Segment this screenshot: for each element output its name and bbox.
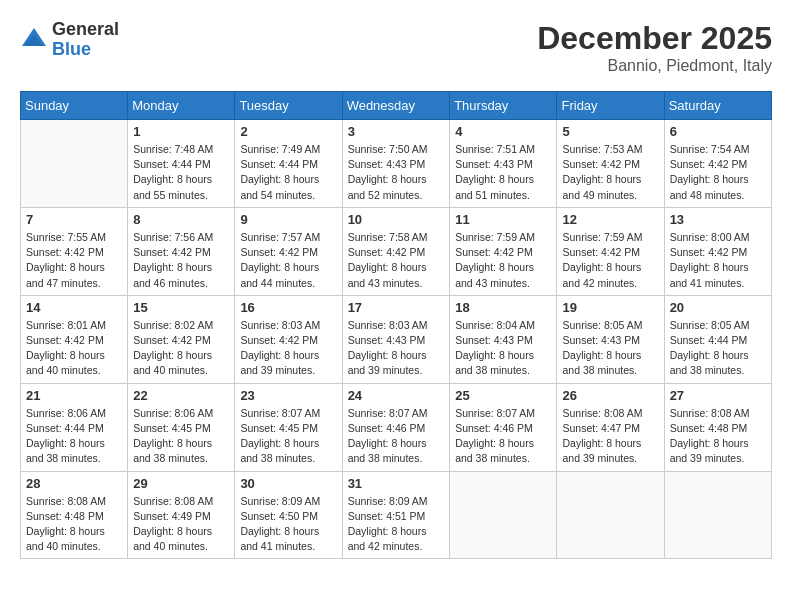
calendar-cell: 15Sunrise: 8:02 AM Sunset: 4:42 PM Dayli…: [128, 295, 235, 383]
day-info: Sunrise: 8:07 AM Sunset: 4:45 PM Dayligh…: [240, 406, 336, 467]
day-info: Sunrise: 8:06 AM Sunset: 4:45 PM Dayligh…: [133, 406, 229, 467]
day-number: 12: [562, 212, 658, 227]
day-info: Sunrise: 8:04 AM Sunset: 4:43 PM Dayligh…: [455, 318, 551, 379]
day-number: 16: [240, 300, 336, 315]
calendar-table: SundayMondayTuesdayWednesdayThursdayFrid…: [20, 91, 772, 559]
calendar-cell: [557, 471, 664, 559]
calendar-cell: 23Sunrise: 8:07 AM Sunset: 4:45 PM Dayli…: [235, 383, 342, 471]
day-info: Sunrise: 7:59 AM Sunset: 4:42 PM Dayligh…: [562, 230, 658, 291]
calendar-cell: 25Sunrise: 8:07 AM Sunset: 4:46 PM Dayli…: [450, 383, 557, 471]
day-number: 4: [455, 124, 551, 139]
day-number: 28: [26, 476, 122, 491]
day-info: Sunrise: 8:09 AM Sunset: 4:51 PM Dayligh…: [348, 494, 445, 555]
day-number: 6: [670, 124, 766, 139]
day-info: Sunrise: 8:03 AM Sunset: 4:42 PM Dayligh…: [240, 318, 336, 379]
calendar-cell: 12Sunrise: 7:59 AM Sunset: 4:42 PM Dayli…: [557, 207, 664, 295]
day-number: 19: [562, 300, 658, 315]
day-info: Sunrise: 8:08 AM Sunset: 4:48 PM Dayligh…: [670, 406, 766, 467]
page-header: General Blue December 2025 Bannio, Piedm…: [20, 20, 772, 75]
day-info: Sunrise: 7:55 AM Sunset: 4:42 PM Dayligh…: [26, 230, 122, 291]
day-number: 5: [562, 124, 658, 139]
calendar-cell: 13Sunrise: 8:00 AM Sunset: 4:42 PM Dayli…: [664, 207, 771, 295]
calendar-cell: 27Sunrise: 8:08 AM Sunset: 4:48 PM Dayli…: [664, 383, 771, 471]
calendar-header-row: SundayMondayTuesdayWednesdayThursdayFrid…: [21, 92, 772, 120]
day-info: Sunrise: 7:58 AM Sunset: 4:42 PM Dayligh…: [348, 230, 445, 291]
calendar-cell: 6Sunrise: 7:54 AM Sunset: 4:42 PM Daylig…: [664, 120, 771, 208]
calendar-cell: 16Sunrise: 8:03 AM Sunset: 4:42 PM Dayli…: [235, 295, 342, 383]
calendar-cell: 4Sunrise: 7:51 AM Sunset: 4:43 PM Daylig…: [450, 120, 557, 208]
calendar-cell: [664, 471, 771, 559]
calendar-cell: 10Sunrise: 7:58 AM Sunset: 4:42 PM Dayli…: [342, 207, 450, 295]
day-info: Sunrise: 8:05 AM Sunset: 4:43 PM Dayligh…: [562, 318, 658, 379]
calendar-cell: [21, 120, 128, 208]
col-header-sunday: Sunday: [21, 92, 128, 120]
col-header-wednesday: Wednesday: [342, 92, 450, 120]
calendar-cell: 14Sunrise: 8:01 AM Sunset: 4:42 PM Dayli…: [21, 295, 128, 383]
day-number: 25: [455, 388, 551, 403]
day-number: 17: [348, 300, 445, 315]
logo-text: General Blue: [52, 20, 119, 60]
day-number: 21: [26, 388, 122, 403]
week-row-3: 14Sunrise: 8:01 AM Sunset: 4:42 PM Dayli…: [21, 295, 772, 383]
calendar-cell: 20Sunrise: 8:05 AM Sunset: 4:44 PM Dayli…: [664, 295, 771, 383]
title-section: December 2025 Bannio, Piedmont, Italy: [537, 20, 772, 75]
calendar-cell: 18Sunrise: 8:04 AM Sunset: 4:43 PM Dayli…: [450, 295, 557, 383]
day-info: Sunrise: 8:06 AM Sunset: 4:44 PM Dayligh…: [26, 406, 122, 467]
calendar-cell: 26Sunrise: 8:08 AM Sunset: 4:47 PM Dayli…: [557, 383, 664, 471]
day-info: Sunrise: 8:07 AM Sunset: 4:46 PM Dayligh…: [348, 406, 445, 467]
logo-general-text: General: [52, 20, 119, 40]
calendar-cell: 8Sunrise: 7:56 AM Sunset: 4:42 PM Daylig…: [128, 207, 235, 295]
day-info: Sunrise: 8:08 AM Sunset: 4:47 PM Dayligh…: [562, 406, 658, 467]
calendar-cell: 1Sunrise: 7:48 AM Sunset: 4:44 PM Daylig…: [128, 120, 235, 208]
day-number: 26: [562, 388, 658, 403]
day-number: 2: [240, 124, 336, 139]
day-info: Sunrise: 7:48 AM Sunset: 4:44 PM Dayligh…: [133, 142, 229, 203]
day-info: Sunrise: 7:54 AM Sunset: 4:42 PM Dayligh…: [670, 142, 766, 203]
day-info: Sunrise: 8:02 AM Sunset: 4:42 PM Dayligh…: [133, 318, 229, 379]
day-info: Sunrise: 8:00 AM Sunset: 4:42 PM Dayligh…: [670, 230, 766, 291]
day-number: 13: [670, 212, 766, 227]
day-number: 3: [348, 124, 445, 139]
calendar-cell: 3Sunrise: 7:50 AM Sunset: 4:43 PM Daylig…: [342, 120, 450, 208]
day-number: 10: [348, 212, 445, 227]
day-info: Sunrise: 7:59 AM Sunset: 4:42 PM Dayligh…: [455, 230, 551, 291]
day-info: Sunrise: 7:49 AM Sunset: 4:44 PM Dayligh…: [240, 142, 336, 203]
calendar-cell: 2Sunrise: 7:49 AM Sunset: 4:44 PM Daylig…: [235, 120, 342, 208]
day-info: Sunrise: 8:08 AM Sunset: 4:49 PM Dayligh…: [133, 494, 229, 555]
calendar-cell: 29Sunrise: 8:08 AM Sunset: 4:49 PM Dayli…: [128, 471, 235, 559]
day-number: 9: [240, 212, 336, 227]
day-number: 30: [240, 476, 336, 491]
day-number: 18: [455, 300, 551, 315]
calendar-cell: 21Sunrise: 8:06 AM Sunset: 4:44 PM Dayli…: [21, 383, 128, 471]
day-number: 11: [455, 212, 551, 227]
day-info: Sunrise: 8:08 AM Sunset: 4:48 PM Dayligh…: [26, 494, 122, 555]
day-info: Sunrise: 8:05 AM Sunset: 4:44 PM Dayligh…: [670, 318, 766, 379]
calendar-cell: 30Sunrise: 8:09 AM Sunset: 4:50 PM Dayli…: [235, 471, 342, 559]
location: Bannio, Piedmont, Italy: [537, 57, 772, 75]
col-header-tuesday: Tuesday: [235, 92, 342, 120]
day-info: Sunrise: 8:03 AM Sunset: 4:43 PM Dayligh…: [348, 318, 445, 379]
day-info: Sunrise: 8:09 AM Sunset: 4:50 PM Dayligh…: [240, 494, 336, 555]
day-number: 1: [133, 124, 229, 139]
logo-blue-text: Blue: [52, 40, 119, 60]
day-number: 24: [348, 388, 445, 403]
col-header-thursday: Thursday: [450, 92, 557, 120]
logo-icon: [20, 26, 48, 54]
day-number: 20: [670, 300, 766, 315]
day-info: Sunrise: 7:57 AM Sunset: 4:42 PM Dayligh…: [240, 230, 336, 291]
week-row-2: 7Sunrise: 7:55 AM Sunset: 4:42 PM Daylig…: [21, 207, 772, 295]
day-number: 7: [26, 212, 122, 227]
month-title: December 2025: [537, 20, 772, 57]
day-info: Sunrise: 8:07 AM Sunset: 4:46 PM Dayligh…: [455, 406, 551, 467]
calendar-cell: 31Sunrise: 8:09 AM Sunset: 4:51 PM Dayli…: [342, 471, 450, 559]
calendar-cell: 19Sunrise: 8:05 AM Sunset: 4:43 PM Dayli…: [557, 295, 664, 383]
day-info: Sunrise: 7:50 AM Sunset: 4:43 PM Dayligh…: [348, 142, 445, 203]
week-row-5: 28Sunrise: 8:08 AM Sunset: 4:48 PM Dayli…: [21, 471, 772, 559]
day-number: 29: [133, 476, 229, 491]
calendar-cell: 17Sunrise: 8:03 AM Sunset: 4:43 PM Dayli…: [342, 295, 450, 383]
day-number: 8: [133, 212, 229, 227]
day-number: 14: [26, 300, 122, 315]
day-number: 23: [240, 388, 336, 403]
col-header-saturday: Saturday: [664, 92, 771, 120]
col-header-friday: Friday: [557, 92, 664, 120]
